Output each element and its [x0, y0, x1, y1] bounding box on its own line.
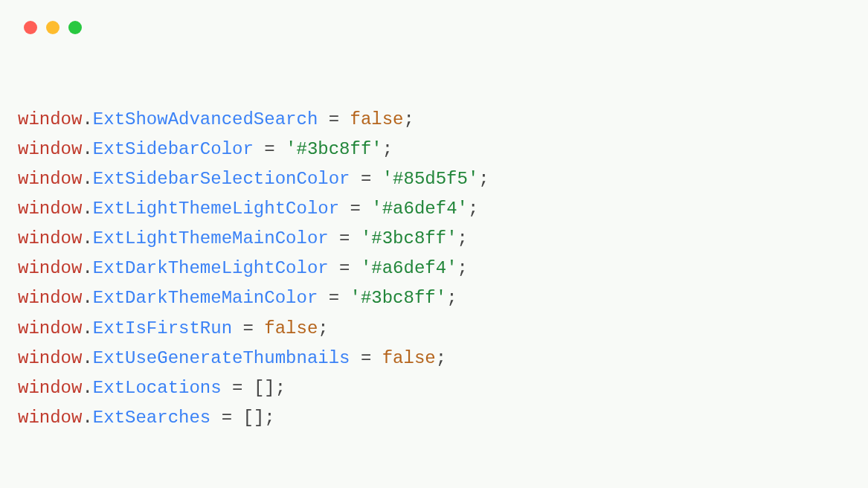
token-semicolon: ;	[318, 318, 328, 338]
token-dot: .	[82, 318, 92, 338]
token-object: window	[18, 408, 82, 428]
token-value: '#85d5f5'	[382, 169, 479, 189]
token-object: window	[18, 169, 82, 189]
token-property: ExtIsFirstRun	[93, 318, 232, 338]
token-property: ExtSearches	[93, 408, 210, 428]
token-object: window	[18, 228, 82, 248]
code-block: window.ExtShowAdvancedSearch = false;win…	[0, 34, 868, 433]
token-dot: .	[82, 348, 92, 368]
code-line: window.ExtShowAdvancedSearch = false;	[18, 105, 868, 135]
token-property: ExtDarkThemeMainColor	[93, 288, 318, 308]
token-assign: =	[350, 348, 382, 368]
token-object: window	[18, 258, 82, 278]
token-assign: =	[350, 169, 382, 189]
token-value: '#3bc8ff'	[361, 228, 457, 248]
token-value: false	[264, 318, 318, 338]
token-assign: =	[339, 199, 371, 219]
token-value: false	[350, 109, 404, 129]
token-assign: =	[222, 378, 254, 398]
token-lbracket: [	[242, 408, 253, 428]
token-property: ExtSidebarSelectionColor	[93, 169, 350, 189]
token-value: '#3bc8ff'	[350, 288, 447, 308]
token-semicolon: ;	[404, 109, 414, 129]
token-assign: =	[232, 318, 264, 338]
code-line: window.ExtUseGenerateThumbnails = false;	[18, 344, 868, 373]
token-assign: =	[318, 109, 350, 129]
token-property: ExtLightThemeMainColor	[93, 228, 329, 248]
window-zoom-button[interactable]	[68, 21, 82, 34]
token-dot: .	[82, 408, 92, 428]
token-semicolon: ;	[457, 258, 468, 278]
token-semicolon: ;	[382, 139, 393, 159]
window-controls	[0, 0, 868, 34]
token-property: ExtSidebarColor	[93, 139, 254, 159]
token-property: ExtDarkThemeLightColor	[93, 258, 329, 278]
token-object: window	[18, 378, 82, 398]
token-assign: =	[329, 258, 361, 278]
token-property: ExtUseGenerateThumbnails	[93, 348, 350, 368]
token-object: window	[18, 288, 82, 308]
code-line: window.ExtDarkThemeMainColor = '#3bc8ff'…	[18, 283, 868, 313]
token-assign: =	[329, 228, 361, 248]
token-assign: =	[210, 408, 242, 428]
window-close-button[interactable]	[24, 21, 37, 34]
window-minimize-button[interactable]	[46, 21, 60, 34]
token-dot: .	[82, 228, 92, 248]
token-rbracket: ]	[264, 378, 274, 398]
token-semicolon: ;	[446, 288, 457, 308]
token-object: window	[18, 109, 82, 129]
token-dot: .	[82, 139, 92, 159]
token-semicolon: ;	[468, 199, 478, 219]
token-object: window	[18, 318, 82, 338]
code-line: window.ExtLightThemeMainColor = '#3bc8ff…	[18, 224, 868, 254]
code-line: window.ExtSidebarSelectionColor = '#85d5…	[18, 164, 868, 194]
token-semicolon: ;	[275, 378, 286, 398]
token-value: '#3bc8ff'	[286, 139, 382, 159]
token-value: '#a6def4'	[371, 199, 468, 219]
token-property: ExtLightThemeLightColor	[93, 199, 339, 219]
token-object: window	[18, 139, 82, 159]
token-value: false	[382, 348, 436, 368]
token-dot: .	[82, 109, 92, 129]
code-line: window.ExtLocations = [];	[18, 373, 868, 403]
code-line: window.ExtIsFirstRun = false;	[18, 314, 868, 344]
code-line: window.ExtSidebarColor = '#3bc8ff';	[18, 135, 868, 164]
token-rbracket: ]	[254, 408, 264, 428]
token-dot: .	[82, 199, 92, 219]
token-object: window	[18, 348, 82, 368]
code-line: window.ExtSearches = [];	[18, 403, 868, 433]
token-dot: .	[82, 378, 92, 398]
token-dot: .	[82, 169, 92, 189]
token-object: window	[18, 199, 82, 219]
token-dot: .	[82, 288, 92, 308]
token-lbracket: [	[254, 378, 264, 398]
token-assign: =	[254, 139, 286, 159]
token-semicolon: ;	[478, 169, 489, 189]
token-property: ExtShowAdvancedSearch	[93, 109, 318, 129]
code-line: window.ExtLightThemeLightColor = '#a6def…	[18, 194, 868, 224]
token-dot: .	[82, 258, 92, 278]
token-property: ExtLocations	[93, 378, 222, 398]
code-line: window.ExtDarkThemeLightColor = '#a6def4…	[18, 254, 868, 283]
token-semicolon: ;	[436, 348, 446, 368]
token-semicolon: ;	[264, 408, 274, 428]
token-value: '#a6def4'	[361, 258, 457, 278]
token-semicolon: ;	[457, 228, 468, 248]
token-assign: =	[318, 288, 350, 308]
